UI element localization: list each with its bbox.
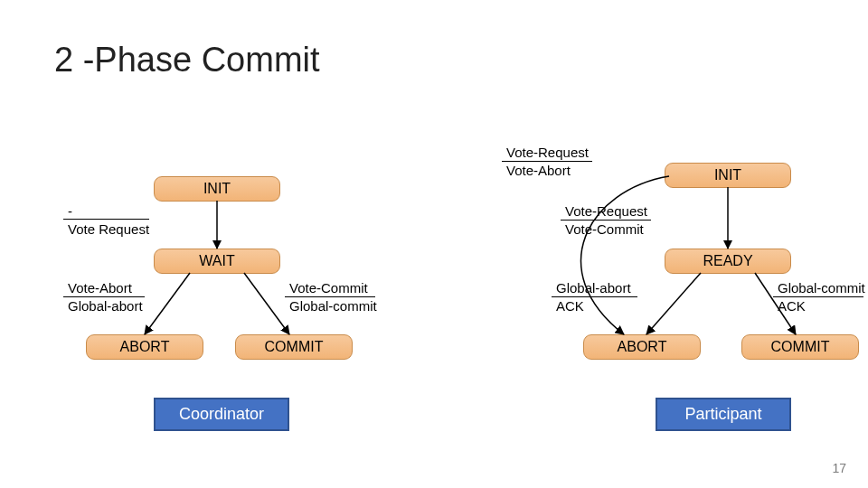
state-part-commit: COMMIT bbox=[741, 334, 859, 360]
role-participant: Participant bbox=[656, 398, 791, 431]
edge-label-ready-commit-event: Global-commit bbox=[778, 280, 865, 296]
svg-line-2 bbox=[244, 273, 289, 334]
role-coordinator: Coordinator bbox=[154, 398, 289, 431]
edge-label-wait-abort-action: Global-abort bbox=[68, 298, 143, 314]
edge-rule bbox=[502, 161, 592, 162]
edge-label-init-ready-event: Vote-Request bbox=[565, 203, 647, 219]
page-title: 2 -Phase Commit bbox=[54, 41, 320, 80]
svg-line-1 bbox=[145, 273, 190, 334]
edge-label-wait-commit-action: Global-commit bbox=[289, 298, 377, 314]
edge-rule bbox=[63, 219, 149, 220]
edge-label-wait-commit-event: Vote-Commit bbox=[289, 280, 368, 296]
page-number: 17 bbox=[832, 461, 846, 475]
state-coord-commit: COMMIT bbox=[235, 334, 353, 360]
edge-label-init-ready-action: Vote-Commit bbox=[565, 221, 644, 237]
edge-rule bbox=[773, 296, 863, 297]
edge-rule bbox=[63, 296, 145, 297]
edge-label-wait-abort-event: Vote-Abort bbox=[68, 280, 132, 296]
state-coord-init: INIT bbox=[154, 176, 280, 202]
state-part-ready: READY bbox=[665, 249, 791, 274]
edge-label-ready-abort-action: ACK bbox=[556, 298, 584, 314]
slide: 2 -Phase Commit INIT WAIT ABORT COMMIT -… bbox=[0, 0, 868, 488]
edge-label-init-wait-event: - bbox=[68, 203, 72, 219]
state-part-init: INIT bbox=[665, 163, 791, 188]
edge-label-ready-commit-action: ACK bbox=[778, 298, 806, 314]
edge-label-init-wait-action: Vote Request bbox=[68, 221, 149, 237]
state-coord-wait: WAIT bbox=[154, 249, 280, 274]
edge-rule bbox=[561, 220, 651, 221]
edge-rule bbox=[552, 296, 637, 297]
state-coord-abort: ABORT bbox=[86, 334, 203, 360]
svg-line-4 bbox=[646, 273, 701, 334]
edge-rule bbox=[285, 296, 375, 297]
edge-label-init-abort-event: Vote-Request bbox=[506, 145, 589, 160]
edge-label-ready-abort-event: Global-abort bbox=[556, 280, 631, 296]
edge-label-init-abort-action: Vote-Abort bbox=[506, 163, 571, 178]
state-part-abort: ABORT bbox=[583, 334, 701, 360]
